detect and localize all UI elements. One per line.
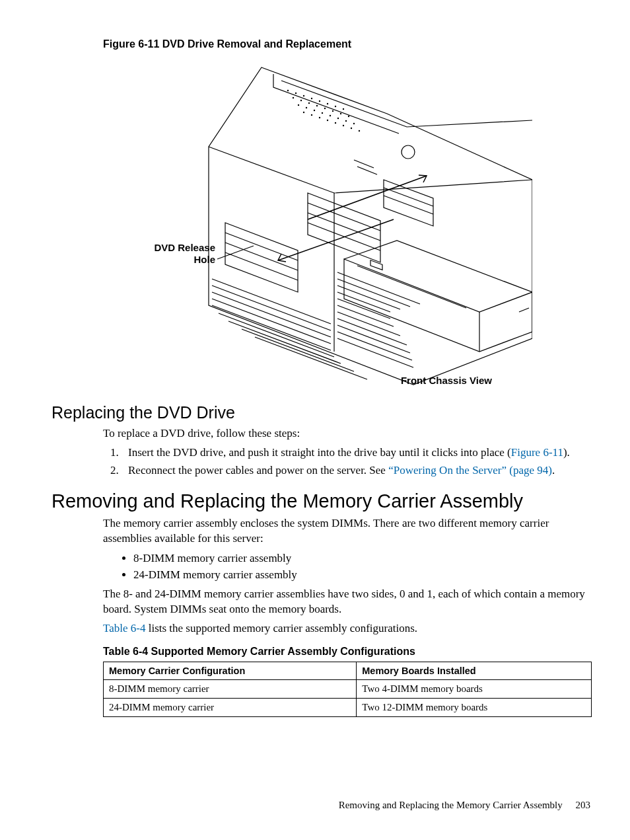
table-memory-configs: Memory Carrier Configuration Memory Boar… — [103, 662, 592, 717]
footer-section-title: Removing and Replacing the Memory Carrie… — [339, 800, 563, 810]
svg-point-27 — [327, 120, 328, 121]
svg-point-22 — [345, 120, 347, 122]
svg-point-25 — [311, 114, 312, 116]
table-row: 24-DIMM memory carrier Two 12-DIMM memor… — [104, 699, 592, 717]
figure-label-front-chassis: Front Chassis View — [374, 375, 519, 387]
link-table-6-4[interactable]: Table 6-4 — [103, 622, 145, 634]
link-figure-6-11[interactable]: Figure 6-11 — [511, 446, 563, 459]
link-powering-on-server[interactable]: “Powering On the Server” (page 94) — [388, 464, 552, 477]
svg-point-15 — [348, 116, 349, 117]
svg-point-32 — [402, 145, 415, 159]
server-chassis-illustration — [110, 54, 532, 391]
svg-point-28 — [335, 122, 336, 124]
figure-caption: Figure 6-11 DVD Drive Removal and Replac… — [103, 38, 590, 50]
th-config: Memory Carrier Configuration — [104, 662, 357, 680]
page-footer: Removing and Replacing the Memory Carrie… — [339, 800, 590, 811]
memory-p1: The memory carrier assembly encloses the… — [103, 516, 590, 547]
heading-replacing-dvd: Replacing the DVD Drive — [52, 403, 590, 422]
svg-point-24 — [303, 112, 304, 113]
svg-point-31 — [359, 130, 360, 132]
svg-point-6 — [335, 106, 336, 107]
table-row: 8-DIMM memory carrier Two 4-DIMM memory … — [104, 680, 592, 699]
svg-point-4 — [319, 100, 320, 102]
svg-point-16 — [298, 104, 299, 106]
svg-point-30 — [351, 128, 352, 129]
svg-point-3 — [311, 98, 312, 99]
td-boards-8: Two 4-DIMM memory boards — [357, 680, 592, 699]
svg-point-26 — [319, 117, 320, 118]
th-boards: Memory Boards Installed — [357, 662, 592, 680]
figure-label-dvd-release-hole: DVD Release Hole — [116, 242, 215, 266]
svg-point-1 — [295, 93, 297, 94]
replace-dvd-step-1: Insert the DVD drive, and push it straig… — [122, 445, 590, 461]
bullet-24dimm: 24-DIMM memory carrier assembly — [133, 567, 590, 583]
memory-bullets: 8-DIMM memory carrier assembly 24-DIMM m… — [103, 551, 590, 584]
svg-point-10 — [308, 102, 310, 104]
svg-point-29 — [343, 125, 344, 126]
memory-p2: The 8- and 24-DIMM memory carrier assemb… — [103, 587, 590, 617]
table-caption: Table 6-4 Supported Memory Carrier Assem… — [103, 646, 590, 658]
svg-point-21 — [337, 118, 339, 119]
svg-point-12 — [324, 108, 326, 109]
svg-point-9 — [300, 100, 302, 101]
svg-point-5 — [327, 103, 328, 104]
svg-point-13 — [332, 110, 333, 112]
svg-point-0 — [287, 90, 289, 91]
td-config-8: 8-DIMM memory carrier — [104, 680, 357, 699]
svg-point-11 — [316, 105, 318, 106]
td-config-24: 24-DIMM memory carrier — [104, 699, 357, 717]
replace-dvd-steps: Insert the DVD drive, and push it straig… — [103, 445, 590, 478]
svg-point-19 — [322, 112, 323, 114]
svg-point-8 — [293, 97, 294, 98]
svg-point-18 — [314, 110, 315, 111]
svg-point-20 — [330, 115, 331, 116]
heading-memory-carrier: Removing and Replacing the Memory Carrie… — [52, 490, 590, 512]
bullet-8dimm: 8-DIMM memory carrier assembly — [133, 551, 590, 566]
replace-dvd-step-2: Reconnect the power cables and power on … — [122, 463, 590, 478]
figure-dvd-drive: DVD Release Hole Front Chassis View — [110, 54, 532, 391]
svg-point-7 — [343, 108, 344, 110]
footer-page-number: 203 — [576, 800, 591, 810]
td-boards-24: Two 12-DIMM memory boards — [357, 699, 592, 717]
table-header-row: Memory Carrier Configuration Memory Boar… — [104, 662, 592, 680]
svg-point-14 — [340, 113, 341, 114]
svg-point-23 — [353, 123, 355, 124]
memory-p3: Table 6-4 lists the supported memory car… — [103, 621, 590, 636]
svg-point-17 — [306, 107, 307, 108]
replace-dvd-intro: To replace a DVD drive, follow these ste… — [103, 426, 590, 441]
svg-point-2 — [303, 95, 304, 96]
